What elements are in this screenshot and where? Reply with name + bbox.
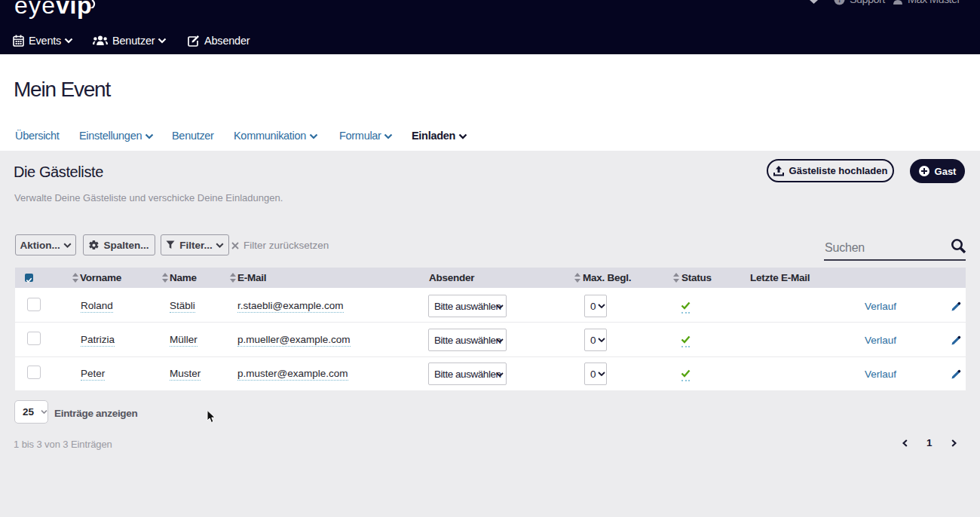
svg-text:?: ? xyxy=(838,0,842,4)
